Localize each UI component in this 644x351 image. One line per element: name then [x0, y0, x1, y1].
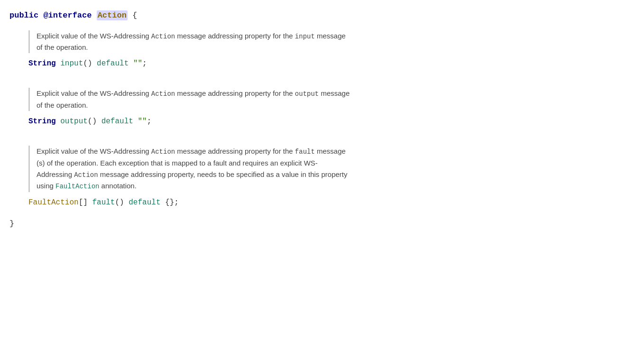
inline-code-action-4: Action	[74, 171, 98, 179]
doc-comment-fault: Explicit value of the WS-Addressing Acti…	[28, 146, 630, 192]
code-fault-method: FaultAction[] fault() default {};	[28, 197, 630, 209]
default-val-input: ""	[133, 59, 142, 68]
member-output: Explicit value of the WS-Addressing Acti…	[24, 88, 630, 128]
type-fault-action: FaultAction	[28, 198, 79, 207]
method-name-input: input	[60, 59, 83, 68]
spacer-2	[9, 138, 630, 146]
doc-text-output-line1: Explicit value of the WS-Addressing Acti…	[37, 88, 630, 99]
inline-code-action-3: Action	[151, 148, 175, 156]
method-name-fault: fault	[92, 198, 115, 207]
doc-comment-input: Explicit value of the WS-Addressing Acti…	[28, 30, 630, 53]
doc-comment-output: Explicit value of the WS-Addressing Acti…	[28, 88, 630, 111]
member-fault: Explicit value of the WS-Addressing Acti…	[24, 146, 630, 209]
member-input: Explicit value of the WS-Addressing Acti…	[24, 30, 630, 70]
method-name-output: output	[60, 117, 88, 126]
class-declaration: public @interface Action {	[9, 9, 630, 22]
doc-text-fault-line4: using FaultAction annotation.	[37, 180, 630, 192]
inline-code-input: input	[295, 33, 315, 40]
code-page: public @interface Action { Explicit valu…	[0, 0, 644, 351]
spacer-1	[9, 80, 630, 88]
inline-code-output: output	[295, 90, 319, 98]
type-array-brackets: []	[79, 198, 88, 207]
code-input-method: String input() default "";	[28, 58, 630, 70]
inline-code-action-2: Action	[151, 90, 175, 98]
code-output-method: String output() default "";	[28, 116, 630, 128]
doc-text-fault-line1: Explicit value of the WS-Addressing Acti…	[37, 146, 630, 157]
type-string-input: String	[28, 59, 56, 68]
keyword-public: public	[9, 11, 38, 20]
open-brace: {	[132, 11, 137, 20]
default-kw-input: default	[97, 59, 129, 68]
doc-text-fault-line3: Addressing Action message addressing pro…	[37, 169, 630, 180]
type-string-output: String	[28, 117, 56, 126]
default-kw-fault: default	[129, 198, 160, 207]
keyword-interface: @interface	[43, 11, 92, 20]
fault-action-link[interactable]: FaultAction	[55, 183, 99, 190]
doc-text-output-line2: of the operation.	[37, 100, 630, 111]
doc-text-input-line2: of the operation.	[37, 42, 630, 53]
doc-text-input-line1: Explicit value of the WS-Addressing Acti…	[37, 30, 630, 42]
default-val-output: ""	[138, 117, 147, 126]
class-name-highlight: Action	[97, 10, 128, 20]
closing-brace: }	[9, 219, 630, 228]
doc-text-fault-line2: (s) of the operation. Each exception tha…	[37, 157, 630, 169]
inline-code-action-1: Action	[151, 33, 175, 40]
default-kw-output: default	[101, 117, 133, 126]
inline-code-fault: fault	[295, 148, 315, 156]
